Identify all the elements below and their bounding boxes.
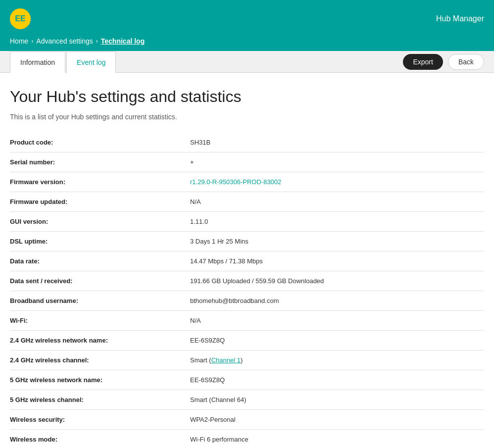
main-content: Your Hub's settings and statistics This … bbox=[0, 73, 494, 448]
row-value: 3 Days 1 Hr 25 Mins bbox=[190, 232, 484, 251]
row-label: Product code: bbox=[10, 133, 190, 152]
row-label: Wi-Fi: bbox=[10, 311, 190, 331]
row-value: WPA2-Personal bbox=[190, 410, 484, 430]
row-value: r1.29.0-R-950306-PROD-83002 bbox=[190, 172, 484, 192]
row-label: Data rate: bbox=[10, 251, 190, 271]
hub-manager-title: Hub Manager bbox=[436, 14, 484, 23]
tab-event-log[interactable]: Event log bbox=[66, 51, 116, 73]
row-value: Smart (Channel 1) bbox=[190, 350, 484, 370]
row-label: Broadband username: bbox=[10, 291, 190, 311]
table-row: Firmware updated:N/A bbox=[10, 192, 484, 212]
row-value: Wi-Fi 6 performance bbox=[190, 430, 484, 448]
row-label: Firmware version: bbox=[10, 172, 190, 192]
tab-information[interactable]: Information bbox=[10, 51, 65, 73]
row-value: + bbox=[190, 152, 484, 172]
row-value: N/A bbox=[190, 311, 484, 331]
row-value: 191.66 GB Uploaded / 559.59 GB Downloade… bbox=[190, 271, 484, 291]
breadcrumb-current: Technical log bbox=[101, 37, 145, 45]
breadcrumb-home[interactable]: Home bbox=[10, 37, 28, 45]
back-button[interactable]: Back bbox=[448, 54, 484, 70]
export-button[interactable]: Export bbox=[403, 54, 443, 70]
table-row: Wireless security:WPA2-Personal bbox=[10, 410, 484, 430]
table-row: GUI version:1.11.0 bbox=[10, 212, 484, 232]
row-label: Wireless security: bbox=[10, 410, 190, 430]
table-row: 5 GHz wireless channel:Smart (Channel 64… bbox=[10, 390, 484, 410]
row-value: EE-6S9Z8Q bbox=[190, 370, 484, 390]
tabs: Information Event log bbox=[10, 51, 117, 72]
table-row: Broadband username:bthomehub@btbroadband… bbox=[10, 291, 484, 311]
tab-bar: Information Event log Export Back bbox=[0, 51, 494, 73]
row-value: 14.47 Mbps / 71.38 Mbps bbox=[190, 251, 484, 271]
table-row: Product code:SH31B bbox=[10, 133, 484, 152]
ee-logo: EE bbox=[10, 8, 31, 29]
breadcrumb-sep-1: › bbox=[31, 38, 33, 45]
page-subtitle: This is a list of your Hub settings and … bbox=[10, 113, 484, 121]
row-value: 1.11.0 bbox=[190, 212, 484, 232]
page-title: Your Hub's settings and statistics bbox=[10, 88, 484, 106]
row-label: Data sent / received: bbox=[10, 271, 190, 291]
table-row: Data rate:14.47 Mbps / 71.38 Mbps bbox=[10, 251, 484, 271]
table-row: Wi-Fi:N/A bbox=[10, 311, 484, 331]
breadcrumb-sep-2: › bbox=[96, 38, 98, 45]
table-row: Wireless mode:Wi-Fi 6 performance bbox=[10, 430, 484, 448]
table-row: Firmware version:r1.29.0-R-950306-PROD-8… bbox=[10, 172, 484, 192]
row-label: Wireless mode: bbox=[10, 430, 190, 448]
table-row: DSL uptime:3 Days 1 Hr 25 Mins bbox=[10, 232, 484, 251]
info-table: Product code:SH31BSerial number:+Firmwar… bbox=[10, 133, 484, 448]
row-value: N/A bbox=[190, 192, 484, 212]
table-row: 2.4 GHz wireless channel:Smart (Channel … bbox=[10, 350, 484, 370]
row-label: 5 GHz wireless channel: bbox=[10, 390, 190, 410]
table-row: 5 GHz wireless network name:EE-6S9Z8Q bbox=[10, 370, 484, 390]
breadcrumb: Home › Advanced settings › Technical log bbox=[0, 37, 494, 51]
row-label: 5 GHz wireless network name: bbox=[10, 370, 190, 390]
table-row: Serial number:+ bbox=[10, 152, 484, 172]
row-label: DSL uptime: bbox=[10, 232, 190, 251]
row-value: bthomehub@btbroadband.com bbox=[190, 291, 484, 311]
row-label: 2.4 GHz wireless channel: bbox=[10, 350, 190, 370]
row-label: GUI version: bbox=[10, 212, 190, 232]
row-value: Smart (Channel 64) bbox=[190, 390, 484, 410]
row-label: Serial number: bbox=[10, 152, 190, 172]
row-value: SH31B bbox=[190, 133, 484, 152]
table-row: Data sent / received:191.66 GB Uploaded … bbox=[10, 271, 484, 291]
row-label: 2.4 GHz wireless network name: bbox=[10, 331, 190, 350]
header: EE Hub Manager bbox=[0, 0, 494, 37]
breadcrumb-advanced[interactable]: Advanced settings bbox=[36, 37, 93, 45]
table-row: 2.4 GHz wireless network name:EE-6S9Z8Q bbox=[10, 331, 484, 350]
tab-actions: Export Back bbox=[403, 54, 484, 70]
row-label: Firmware updated: bbox=[10, 192, 190, 212]
row-value: EE-6S9Z8Q bbox=[190, 331, 484, 350]
